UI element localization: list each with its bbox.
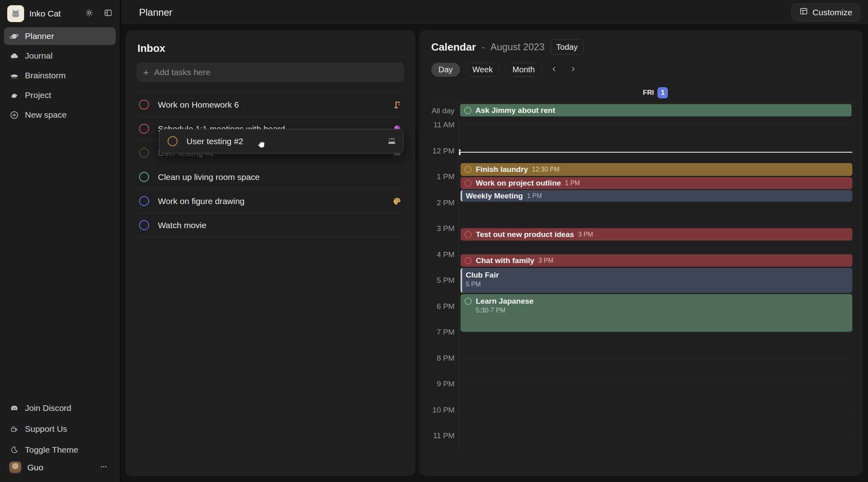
event-checkbox[interactable] <box>464 107 471 114</box>
event-time: 1 PM <box>527 192 542 200</box>
task-row[interactable]: Clean up living room space <box>137 165 404 189</box>
calendar-event-learn-japanese[interactable]: Learn Japanese5:30-7 PM <box>461 294 852 332</box>
sidebar-collapse-icon <box>104 8 113 19</box>
hour-label: 5 PM <box>420 276 454 285</box>
task-label: Clean up living room space <box>158 172 402 182</box>
current-time-indicator <box>459 152 852 153</box>
hour-label: 9 PM <box>420 380 454 388</box>
user-avatar[interactable] <box>9 462 21 474</box>
plus-circle-icon <box>9 110 19 120</box>
footer-item-join-discord[interactable]: Join Discord <box>4 399 116 417</box>
collapse-sidebar-button[interactable] <box>101 7 115 20</box>
calendar-grid: 11 AM12 PM1 PM2 PM3 PM4 PM5 PM6 PM7 PM8 … <box>420 118 862 475</box>
add-task-placeholder: Add tasks here <box>154 67 211 77</box>
task-label: Work on Homework 6 <box>158 100 383 110</box>
ellipsis-icon <box>99 462 108 473</box>
calendar-event-work-on-project-outline[interactable]: Work on project outline1 PM <box>461 177 852 189</box>
task-row[interactable]: Work on figure drawing <box>137 189 404 213</box>
event-time: 12:30 PM <box>532 166 559 173</box>
weekday-label: FRI <box>643 89 654 96</box>
sidebar-item-planner[interactable]: Planner <box>4 27 116 45</box>
event-time: 5 PM <box>466 281 481 288</box>
calendar-event-finish-laundry[interactable]: Finish laundry12:30 PM <box>461 163 852 176</box>
layout-icon <box>799 7 808 18</box>
hour-gridline <box>459 358 852 359</box>
task-list: Work on Homework 6Schedule 1:1 meetings … <box>137 92 404 237</box>
calendar-header: Calendar - August 2023 Today <box>431 39 583 55</box>
task-checkbox[interactable] <box>139 100 149 110</box>
calendar-event-test-out-new-product-ideas[interactable]: Test out new product ideas3 PM <box>461 228 852 241</box>
planet-icon <box>9 32 19 41</box>
day-header: FRI1 <box>459 87 852 98</box>
task-checkbox[interactable] <box>139 196 149 206</box>
calendar-event-weekly-meeting[interactable]: Weekly Meeting1 PM <box>461 190 852 202</box>
view-switcher: DayWeekMonth <box>431 63 580 77</box>
event-checkbox[interactable] <box>465 180 472 187</box>
ufo-icon <box>9 71 19 80</box>
add-task-input[interactable]: + Add tasks here <box>137 63 404 82</box>
sidebar-item-project[interactable]: Project <box>4 86 116 104</box>
task-label: Watch movie <box>158 221 402 230</box>
calendar-event-club-fair[interactable]: Club Fair5 PM <box>461 268 852 293</box>
inbox-title: Inbox <box>137 42 404 55</box>
task-checkbox[interactable] <box>139 220 149 230</box>
task-checkbox[interactable] <box>139 148 149 158</box>
settings-button[interactable] <box>82 7 96 20</box>
footer-item-support-us[interactable]: Support Us <box>4 420 116 438</box>
event-title: Test out new product ideas <box>476 230 574 239</box>
moon-icon <box>9 445 19 454</box>
calendar-event-all-day[interactable]: Ask Jimmy about rent <box>460 104 852 116</box>
task-checkbox[interactable] <box>168 136 178 146</box>
next-day-button[interactable] <box>566 63 580 77</box>
event-title: Learn Japanese <box>476 297 534 306</box>
event-title-row: Learn Japanese <box>465 297 534 306</box>
user-name: Guo <box>27 463 91 472</box>
event-checkbox[interactable] <box>465 298 472 305</box>
user-row: Guo <box>4 459 116 476</box>
calendar-month-label[interactable]: August 2023 <box>490 41 545 53</box>
prev-day-button[interactable] <box>547 63 561 77</box>
coffee-icon <box>9 425 19 433</box>
sidebar-item-brainstorm[interactable]: Brainstorm <box>4 67 116 84</box>
crane-icon <box>392 100 402 110</box>
customize-button[interactable]: Customize <box>792 4 860 21</box>
hour-label: 11 PM <box>420 431 454 440</box>
bird-icon <box>9 91 19 100</box>
task-row[interactable]: Work on Homework 6 <box>137 93 404 117</box>
sidebar-item-journal[interactable]: Journal <box>4 47 116 65</box>
event-checkbox[interactable] <box>465 257 472 264</box>
view-tab-week[interactable]: Week <box>465 63 500 77</box>
dragged-task-card[interactable]: User testing #2 <box>159 129 403 153</box>
task-row[interactable]: Watch movie <box>137 213 404 237</box>
view-tab-day[interactable]: Day <box>431 63 460 77</box>
hour-label: 10 PM <box>420 406 454 415</box>
event-checkbox[interactable] <box>465 231 472 238</box>
page-title: Planner <box>139 7 172 18</box>
calendar-event-chat-with-family[interactable]: Chat with family3 PM <box>461 254 852 267</box>
sidebar-item-new-space[interactable]: New space <box>4 106 116 124</box>
workspace-name: Inko Cat <box>29 9 77 18</box>
event-title: Finish laundry <box>476 165 528 174</box>
sidebar-nav: PlannerJournalBrainstormProjectNew space <box>4 27 116 124</box>
today-button[interactable]: Today <box>550 39 583 55</box>
cat-avatar-icon <box>9 6 22 21</box>
discord-icon <box>9 404 19 413</box>
footer-item-toggle-theme[interactable]: Toggle Theme <box>4 441 116 459</box>
event-title: Ask Jimmy about rent <box>475 106 555 115</box>
workspace-avatar[interactable] <box>7 5 24 22</box>
user-menu-button[interactable] <box>97 461 111 474</box>
task-checkbox[interactable] <box>139 172 149 182</box>
sidebar: Inko Cat PlannerJournalBrainstormProject… <box>0 0 121 482</box>
laptop-icon <box>387 137 397 146</box>
workspace-header: Inko Cat <box>4 4 116 23</box>
hour-gridline <box>459 203 852 203</box>
task-checkbox[interactable] <box>139 124 149 134</box>
view-tab-month[interactable]: Month <box>505 63 542 77</box>
chevron-left-icon <box>550 65 558 75</box>
customize-label: Customize <box>813 8 852 17</box>
calendar-dash: - <box>481 41 485 53</box>
hour-gridline <box>459 410 852 411</box>
footer-item-label: Support Us <box>25 424 67 434</box>
event-checkbox[interactable] <box>465 166 472 173</box>
event-time: 3 PM <box>578 231 593 238</box>
